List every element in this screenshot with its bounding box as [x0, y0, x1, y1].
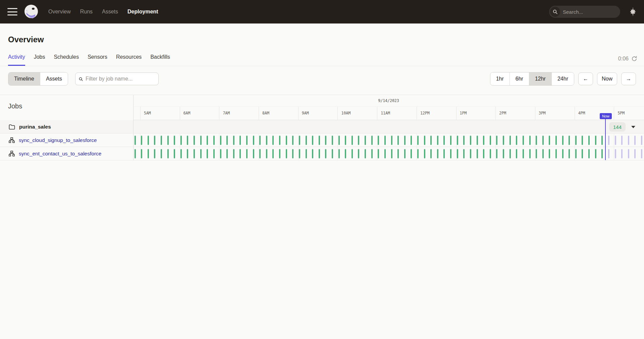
- run-tick-success[interactable]: [430, 136, 432, 145]
- run-tick-success[interactable]: [391, 149, 392, 158]
- run-tick-success[interactable]: [555, 136, 557, 145]
- run-tick-success[interactable]: [470, 136, 471, 145]
- job-link[interactable]: sync_cloud_signup_to_salesforce: [19, 137, 97, 143]
- run-tick-success[interactable]: [246, 136, 248, 145]
- group-name[interactable]: purina_sales: [19, 124, 51, 130]
- run-tick-success[interactable]: [443, 149, 445, 158]
- run-tick-success[interactable]: [529, 136, 531, 145]
- tab-schedules[interactable]: Schedules: [54, 54, 79, 66]
- run-tick-scheduled[interactable]: [615, 149, 616, 158]
- run-tick-success[interactable]: [523, 136, 524, 145]
- run-tick-success[interactable]: [286, 149, 287, 158]
- run-tick-success[interactable]: [253, 136, 254, 145]
- search-input[interactable]: [560, 9, 632, 15]
- run-tick-success[interactable]: [542, 149, 544, 158]
- run-tick-success[interactable]: [180, 136, 182, 145]
- run-tick-scheduled[interactable]: [608, 149, 609, 158]
- run-tick-success[interactable]: [424, 149, 425, 158]
- run-tick-success[interactable]: [397, 136, 399, 145]
- run-tick-success[interactable]: [430, 149, 432, 158]
- run-tick-success[interactable]: [516, 149, 517, 158]
- run-tick-success[interactable]: [279, 149, 280, 158]
- run-tick-success[interactable]: [397, 149, 399, 158]
- run-tick-success[interactable]: [226, 149, 228, 158]
- run-tick-success[interactable]: [601, 136, 603, 145]
- run-tick-success[interactable]: [483, 149, 484, 158]
- run-tick-success[interactable]: [411, 136, 412, 145]
- assets-view-button[interactable]: Assets: [40, 72, 68, 85]
- run-tick-success[interactable]: [338, 149, 340, 158]
- run-tick-success[interactable]: [404, 149, 406, 158]
- run-tick-success[interactable]: [582, 136, 583, 145]
- run-tick-success[interactable]: [358, 149, 359, 158]
- run-tick-success[interactable]: [352, 136, 353, 145]
- run-tick-scheduled[interactable]: [641, 136, 642, 145]
- job-group-row[interactable]: purina_sales 144: [0, 120, 644, 134]
- run-tick-success[interactable]: [595, 136, 596, 145]
- run-tick-success[interactable]: [575, 136, 577, 145]
- run-tick-success[interactable]: [516, 136, 517, 145]
- run-tick-success[interactable]: [569, 136, 570, 145]
- run-tick-success[interactable]: [259, 149, 261, 158]
- tab-jobs[interactable]: Jobs: [34, 54, 45, 66]
- run-tick-success[interactable]: [266, 149, 267, 158]
- run-tick-success[interactable]: [174, 149, 175, 158]
- run-tick-success[interactable]: [470, 149, 471, 158]
- run-tick-scheduled[interactable]: [608, 136, 609, 145]
- run-tick-success[interactable]: [319, 149, 320, 158]
- range-1hr-button[interactable]: 1hr: [490, 72, 509, 85]
- run-tick-scheduled[interactable]: [641, 149, 642, 158]
- run-tick-success[interactable]: [141, 136, 142, 145]
- run-tick-success[interactable]: [358, 136, 359, 145]
- run-tick-success[interactable]: [161, 136, 162, 145]
- job-link[interactable]: sync_ent_contact_us_to_salesforce: [19, 151, 101, 157]
- run-tick-success[interactable]: [549, 136, 550, 145]
- run-tick-success[interactable]: [148, 136, 149, 145]
- run-tick-success[interactable]: [194, 149, 195, 158]
- run-tick-success[interactable]: [194, 136, 195, 145]
- run-tick-scheduled[interactable]: [628, 136, 629, 145]
- tab-resources[interactable]: Resources: [116, 54, 142, 66]
- run-tick-success[interactable]: [220, 149, 221, 158]
- run-tick-success[interactable]: [161, 149, 162, 158]
- run-tick-success[interactable]: [463, 149, 465, 158]
- run-tick-success[interactable]: [496, 149, 497, 158]
- run-tick-success[interactable]: [582, 149, 583, 158]
- nav-item-deployment[interactable]: Deployment: [127, 9, 158, 15]
- run-tick-success[interactable]: [529, 149, 531, 158]
- run-tick-success[interactable]: [523, 149, 524, 158]
- run-tick-success[interactable]: [299, 136, 300, 145]
- run-tick-success[interactable]: [575, 149, 577, 158]
- run-tick-success[interactable]: [490, 149, 491, 158]
- job-filter-box[interactable]: [75, 72, 159, 85]
- run-tick-success[interactable]: [371, 136, 373, 145]
- run-tick-success[interactable]: [371, 149, 373, 158]
- run-tick-success[interactable]: [135, 149, 136, 158]
- run-tick-success[interactable]: [477, 136, 478, 145]
- run-tick-success[interactable]: [239, 149, 241, 158]
- run-tick-success[interactable]: [325, 136, 326, 145]
- timeline-view-button[interactable]: Timeline: [8, 72, 40, 85]
- pan-left-button[interactable]: ←: [578, 72, 593, 85]
- run-tick-success[interactable]: [226, 136, 228, 145]
- tab-backfills[interactable]: Backfills: [150, 54, 170, 66]
- bucketed-run-count-badge[interactable]: 144: [609, 122, 626, 132]
- run-tick-success[interactable]: [213, 149, 215, 158]
- run-tick-success[interactable]: [384, 136, 386, 145]
- run-tick-success[interactable]: [450, 149, 451, 158]
- run-tick-success[interactable]: [332, 136, 333, 145]
- run-tick-success[interactable]: [233, 149, 234, 158]
- run-tick-success[interactable]: [279, 136, 280, 145]
- run-tick-success[interactable]: [220, 136, 221, 145]
- run-tick-success[interactable]: [180, 149, 182, 158]
- run-tick-scheduled[interactable]: [615, 136, 616, 145]
- run-tick-success[interactable]: [483, 136, 484, 145]
- nav-item-overview[interactable]: Overview: [48, 9, 71, 15]
- run-tick-success[interactable]: [325, 149, 326, 158]
- run-tick-success[interactable]: [542, 136, 544, 145]
- run-tick-success[interactable]: [503, 149, 504, 158]
- run-tick-success[interactable]: [345, 149, 346, 158]
- run-tick-success[interactable]: [562, 149, 564, 158]
- run-tick-success[interactable]: [135, 136, 136, 145]
- gear-icon[interactable]: [629, 8, 637, 16]
